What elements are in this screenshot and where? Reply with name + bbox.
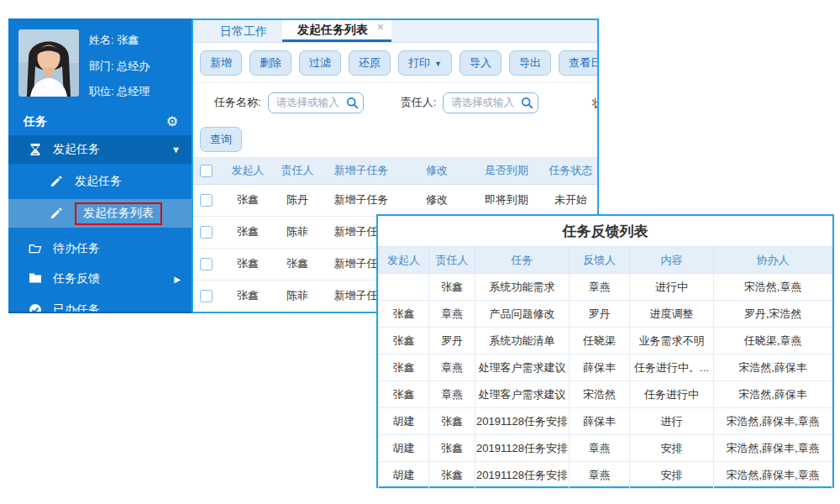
content-cell: 进行	[630, 408, 714, 435]
due-cell: 即将到期	[469, 184, 544, 216]
initiator-link[interactable]: 张鑫	[218, 184, 277, 216]
feedback-person-link[interactable]: 章燕	[570, 274, 630, 301]
content-cell: 安排	[630, 462, 714, 489]
profile-dept: 部门: 总经办	[89, 59, 150, 74]
initiator-link[interactable]: 张鑫	[379, 328, 429, 354]
sidebar-item-label: 发起任务列表	[83, 206, 154, 219]
initiator-link[interactable]: 张鑫	[218, 280, 277, 312]
assignee-link[interactable]: 张鑫	[277, 248, 318, 280]
assignee-link[interactable]: 陈丹	[277, 184, 318, 216]
row-checkbox[interactable]	[200, 194, 213, 207]
row-checkbox[interactable]	[200, 290, 213, 302]
delete-button[interactable]: 删除	[249, 50, 291, 76]
feedback-person-link[interactable]: 罗丹	[570, 301, 630, 328]
add-subtask-link[interactable]: 新增子任务	[318, 184, 405, 216]
tab-initiate-task-list[interactable]: 发起任务列表 ×	[282, 20, 391, 42]
modify-link[interactable]: 修改	[405, 184, 469, 216]
task-link[interactable]: 20191128任务安排	[475, 435, 570, 462]
filter-button[interactable]: 过滤	[299, 50, 341, 76]
profile-card: 姓名: 张鑫 部门: 总经办 职位: 总经理	[8, 18, 192, 108]
col-collaborators: 协办人	[714, 247, 832, 274]
collaborators-cell: 宋浩然,薛保丰	[714, 354, 832, 381]
search-icon[interactable]	[346, 97, 359, 109]
sidebar-section-label: 任务	[24, 114, 47, 129]
sidebar-item-done-tasks[interactable]: 已办任务	[8, 296, 192, 313]
assignee-link[interactable]: 章燕	[429, 301, 475, 328]
assignee-link[interactable]: 罗丹	[429, 328, 475, 354]
sidebar-section-tasks[interactable]: 任务 ⚙	[8, 108, 192, 135]
close-icon[interactable]: ×	[377, 20, 384, 34]
task-link[interactable]: 系统功能清单	[475, 328, 570, 354]
col-initiator: 发起人	[218, 158, 277, 184]
feedback-person-link[interactable]: 章燕	[570, 462, 630, 489]
profile-title: 职位: 总经理	[89, 84, 150, 99]
sidebar-item-task-feedback[interactable]: 任务反馈 ▶	[8, 265, 192, 293]
toolbar: 新增 删除 过滤 还原 打印▼ 导入 导出 查看日志	[193, 43, 597, 83]
feedback-person-link[interactable]: 宋浩然	[570, 381, 630, 408]
col-due: 是否到期	[469, 158, 544, 184]
feedback-person-link[interactable]: 薛保丰	[570, 354, 630, 381]
task-link[interactable]: 20191128任务安排	[475, 408, 570, 435]
feedback-row: 张鑫 章燕 产品问题修改 罗丹 进度调整 罗丹,宋浩然	[379, 301, 832, 328]
import-button[interactable]: 导入	[459, 50, 501, 76]
table-header-row: 发起人 责任人 新增子任务 修改 是否到期 任务状态	[193, 158, 597, 184]
initiator-link[interactable]: 胡建	[379, 408, 429, 435]
view-log-button[interactable]: 查看日志	[559, 50, 599, 76]
assignee-link[interactable]: 陈菲	[277, 216, 318, 248]
initiator-link[interactable]: 胡建	[379, 435, 429, 462]
feedback-person-link[interactable]: 薛保丰	[570, 408, 630, 435]
check-circle-icon	[29, 303, 42, 313]
search-icon[interactable]	[521, 97, 533, 109]
initiator-link[interactable]: 张鑫	[379, 381, 429, 408]
initiator-link[interactable]: 张鑫	[379, 301, 429, 328]
assignee-link[interactable]: 陈菲	[277, 280, 318, 312]
restore-button[interactable]: 还原	[349, 50, 391, 76]
initiator-link[interactable]: 张鑫	[218, 248, 277, 280]
sidebar-item-initiate-task-parent[interactable]: 发起任务 ▼	[8, 135, 192, 164]
collaborators-cell: 宋浩然,薛保丰,章燕	[714, 408, 832, 435]
sidebar-item-initiate-task[interactable]: 发起任务	[8, 167, 192, 196]
task-name-field-wrap	[268, 92, 364, 113]
sidebar-item-initiate-task-list[interactable]: 发起任务列表	[8, 199, 192, 228]
app-window: 姓名: 张鑫 部门: 总经办 职位: 总经理 任务 ⚙ 发起任务 ▼ 发起任务	[0, 0, 840, 504]
feedback-person-link[interactable]: 章燕	[570, 435, 630, 462]
col-add-subtask: 新增子任务	[318, 158, 405, 184]
row-checkbox[interactable]	[200, 258, 213, 270]
assignee-link[interactable]: 张鑫	[429, 462, 475, 489]
feedback-row: 张鑫 章燕 处理客户需求建议 宋浩然 任务进行中 宋浩然,薛保丰	[379, 381, 832, 408]
col-modify: 修改	[405, 158, 469, 184]
col-assignee: 责任人	[277, 158, 318, 184]
col-task: 任务	[475, 247, 570, 274]
initiator-link[interactable]: 张鑫	[218, 216, 277, 248]
task-link[interactable]: 20191128任务安排	[475, 462, 570, 489]
filter-row: 任务名称: 责任人:	[193, 83, 597, 122]
query-button[interactable]: 查询	[200, 127, 242, 152]
task-name-label: 任务名称:	[214, 95, 261, 110]
task-link[interactable]: 产品问题修改	[475, 301, 570, 328]
sidebar-item-label: 发起任务	[53, 142, 100, 157]
row-checkbox[interactable]	[200, 226, 213, 239]
feedback-person-link[interactable]: 任晓渠	[570, 328, 630, 354]
feedback-table: 发起人 责任人 任务 反馈人 内容 协办人 张鑫 系统功能需求 章燕 进行中 宋…	[378, 246, 832, 489]
initiator-link[interactable]: 张鑫	[379, 354, 429, 381]
assignee-link[interactable]: 张鑫	[429, 274, 475, 301]
assignee-link[interactable]: 张鑫	[429, 435, 475, 462]
tab-daily-work[interactable]: 日常工作	[205, 20, 282, 42]
sidebar-item-todo-tasks[interactable]: 待办任务	[8, 234, 192, 263]
export-button[interactable]: 导出	[509, 50, 551, 76]
assignee-link[interactable]: 章燕	[429, 354, 475, 381]
task-link[interactable]: 处理客户需求建议	[475, 381, 570, 408]
gear-icon[interactable]: ⚙	[166, 115, 178, 129]
content-cell: 业务需求不明	[630, 328, 714, 354]
print-button[interactable]: 打印▼	[398, 50, 452, 76]
initiator-link[interactable]: 胡建	[379, 462, 429, 489]
select-all-checkbox[interactable]	[200, 165, 213, 177]
content-cell: 任务进行中	[630, 381, 714, 408]
initiator-link[interactable]	[379, 274, 429, 301]
assignee-link[interactable]: 张鑫	[429, 408, 475, 435]
assignee-link[interactable]: 章燕	[429, 381, 475, 408]
task-link[interactable]: 系统功能需求	[475, 274, 570, 301]
add-button[interactable]: 新增	[200, 50, 242, 76]
content-cell: 任务进行中。...	[630, 354, 714, 381]
task-link[interactable]: 处理客户需求建议	[475, 354, 570, 381]
